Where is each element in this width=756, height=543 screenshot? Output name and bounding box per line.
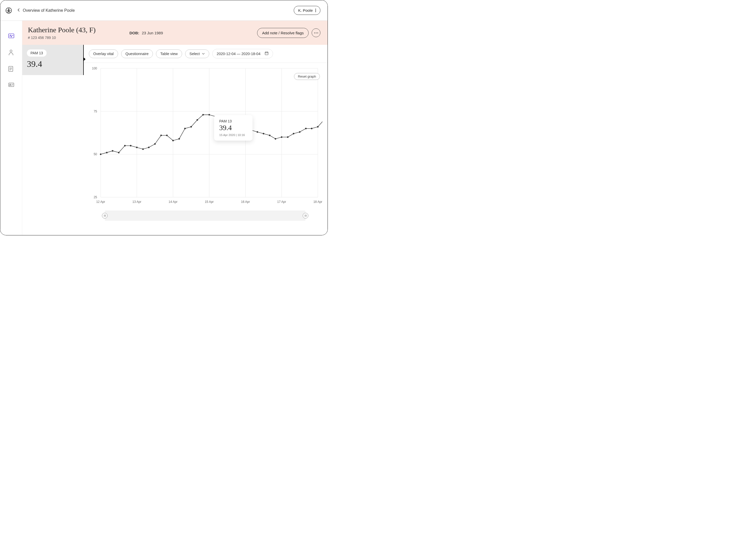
svg-text:100: 100: [92, 67, 97, 70]
svg-text:12 Apr: 12 Apr: [96, 200, 105, 204]
nav-vitals-icon[interactable]: [8, 33, 14, 39]
svg-point-3: [10, 50, 12, 52]
selected-metric-panel[interactable]: PAM 13 39.4: [22, 45, 84, 75]
svg-point-59: [293, 133, 294, 134]
more-vertical-icon: [315, 9, 316, 12]
patient-name: Katherine Poole (43, F): [28, 26, 96, 34]
metric-value: 39.4: [27, 59, 79, 69]
user-menu[interactable]: K. Poole: [294, 6, 320, 15]
questionnaire-button[interactable]: Questionnaire: [121, 49, 153, 58]
nav-profile-icon[interactable]: [8, 49, 14, 56]
tooltip-timestamp: 15 Apr 2020 | 10:16: [219, 133, 247, 137]
svg-point-38: [148, 147, 150, 148]
svg-rect-7: [265, 52, 268, 55]
tooltip-label: PAM 13: [219, 119, 247, 123]
svg-point-43: [179, 138, 180, 140]
metric-chip: PAM 13: [27, 49, 47, 57]
chevron-left-icon: [17, 8, 20, 13]
top-bar: Overview of Katherine Poole K. Poole: [0, 0, 328, 21]
nav-id-icon[interactable]: [8, 82, 14, 88]
svg-point-58: [287, 136, 289, 138]
back-button[interactable]: Overview of Katherine Poole: [17, 8, 75, 13]
svg-text:25: 25: [94, 195, 97, 199]
svg-point-41: [166, 135, 168, 136]
app-logo: [5, 7, 12, 14]
table-view-button[interactable]: Table view: [156, 49, 182, 58]
tooltip-value: 39.4: [219, 124, 247, 132]
svg-point-61: [305, 128, 307, 129]
svg-text:17 Apr: 17 Apr: [277, 200, 286, 204]
chevron-down-icon: [202, 52, 205, 56]
chart-container: Reset graph 255075100 12 Apr13 Apr14 Apr…: [84, 63, 328, 235]
svg-text:75: 75: [94, 110, 97, 113]
overlay-vital-button[interactable]: Overlay vital: [89, 49, 118, 58]
svg-point-36: [136, 147, 138, 148]
chart-tooltip: PAM 13 39.4 15 Apr 2020 | 10:16: [214, 115, 253, 141]
svg-text:50: 50: [94, 152, 97, 156]
patient-id: # 123 456 789 10: [28, 36, 96, 40]
add-note-button[interactable]: Add note / Resolve flags: [257, 28, 309, 38]
chart-toolbar: Overlay vital Questionnaire Table view S…: [84, 49, 328, 63]
svg-point-1: [8, 8, 9, 9]
svg-point-31: [106, 152, 108, 153]
svg-text:13 Apr: 13 Apr: [132, 200, 141, 204]
user-name: K. Poole: [298, 8, 313, 13]
svg-text:14 Apr: 14 Apr: [169, 200, 177, 204]
patient-banner: Katherine Poole (43, F) # 123 456 789 10…: [22, 21, 328, 45]
svg-text:16 Apr: 16 Apr: [241, 200, 250, 204]
svg-point-56: [275, 138, 276, 140]
svg-point-44: [184, 128, 186, 129]
svg-text:15 Apr: 15 Apr: [205, 200, 214, 204]
svg-point-48: [208, 114, 210, 116]
svg-point-54: [263, 133, 264, 134]
svg-point-39: [154, 143, 156, 145]
side-nav: [0, 21, 22, 235]
svg-point-34: [124, 145, 126, 147]
svg-point-55: [269, 135, 270, 136]
line-chart[interactable]: 255075100 12 Apr13 Apr14 Apr15 Apr16 Apr…: [87, 66, 322, 208]
svg-point-45: [190, 126, 192, 128]
svg-point-42: [172, 140, 174, 141]
svg-point-53: [257, 131, 258, 133]
scrubber-handle-left[interactable]: [102, 213, 108, 218]
svg-point-60: [299, 131, 300, 133]
svg-point-32: [112, 150, 113, 152]
scrubber-handle-right[interactable]: [303, 213, 308, 218]
svg-point-57: [281, 136, 282, 138]
calendar-icon: [265, 51, 269, 56]
svg-point-63: [317, 126, 319, 128]
date-range-picker[interactable]: 2020-12-04 — 2020-18-04: [212, 49, 273, 58]
date-range-label: 2020-12-04 — 2020-18-04: [217, 52, 260, 56]
svg-text:18 Apr: 18 Apr: [313, 200, 322, 204]
nav-document-icon[interactable]: [8, 66, 14, 72]
more-actions-button[interactable]: [312, 28, 320, 37]
select-label: Select: [190, 52, 200, 56]
svg-point-30: [100, 153, 101, 155]
select-dropdown[interactable]: Select: [185, 49, 209, 58]
time-scrubber[interactable]: [105, 211, 306, 221]
svg-point-33: [118, 152, 120, 153]
svg-point-37: [142, 148, 144, 150]
svg-point-46: [196, 119, 198, 121]
svg-point-40: [160, 135, 162, 136]
svg-point-47: [202, 114, 204, 116]
svg-point-6: [10, 84, 11, 85]
dob-label: DOB:: [129, 31, 139, 35]
back-label: Overview of Katherine Poole: [23, 8, 75, 13]
svg-rect-5: [9, 83, 14, 87]
dob-value: 23 Jun 1989: [142, 31, 163, 35]
reset-graph-button[interactable]: Reset graph: [294, 73, 320, 80]
svg-point-35: [130, 145, 131, 147]
svg-point-62: [311, 128, 312, 129]
